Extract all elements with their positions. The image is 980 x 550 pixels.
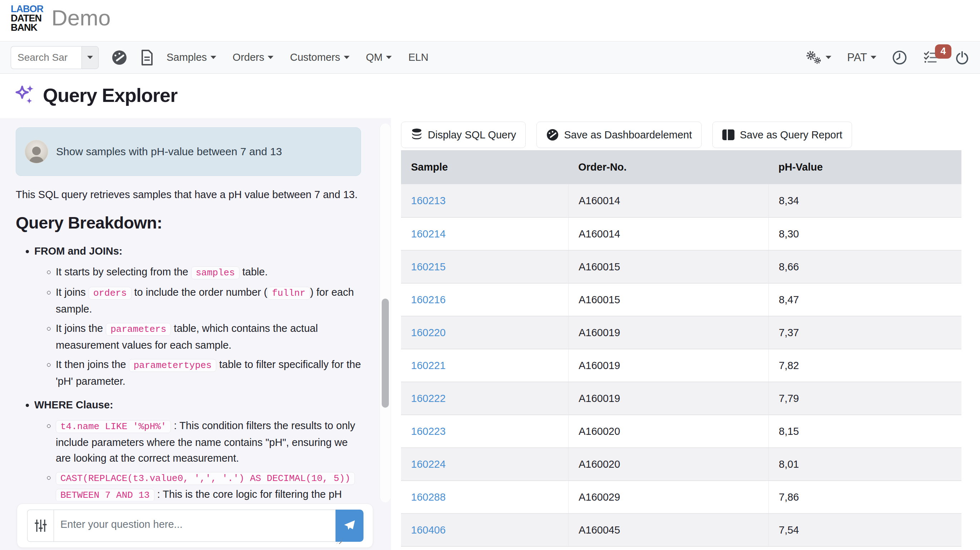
- sample-link[interactable]: 160406: [401, 524, 568, 536]
- save-as-query-report-button[interactable]: Save as Query Report: [712, 121, 852, 148]
- nav-menu-samples[interactable]: Samples: [167, 51, 216, 63]
- ph-value-cell: 7,82: [768, 349, 961, 381]
- sparkles-icon: [14, 84, 37, 107]
- main-navbar: Samples Orders Customers QM ELN: [0, 41, 980, 74]
- order-no-cell: A160015: [568, 284, 768, 316]
- answer-intro: This SQL query retrieves samples that ha…: [16, 189, 363, 201]
- table-row: 160406A1600457,54: [401, 513, 961, 546]
- nav-menu-qm-label: QM: [366, 51, 383, 63]
- ph-value-cell: 7,86: [768, 481, 961, 513]
- chevron-down-icon: [344, 56, 350, 59]
- chevron-down-icon: [386, 56, 392, 59]
- sample-link[interactable]: 160288: [401, 491, 568, 503]
- table-row: 160220A1600197,37: [401, 316, 961, 349]
- table-row: 160213A1600148,34: [401, 184, 961, 217]
- chevron-down-icon: [268, 56, 274, 59]
- sample-link[interactable]: 160221: [401, 360, 568, 371]
- chevron-down-icon: [826, 56, 831, 59]
- display-sql-query-label: Display SQL Query: [428, 129, 516, 141]
- breakdown-item: t4.name LIKE '%pH%' : This condition fil…: [56, 418, 363, 466]
- save-as-dashboardelement-button[interactable]: Save as Dashboardelement: [536, 121, 702, 148]
- order-no-cell: A160014: [568, 218, 768, 250]
- breakdown-item: It starts by selecting from the samples …: [56, 264, 363, 281]
- table-row: 160223A1600208,15: [401, 414, 961, 447]
- sample-link[interactable]: 160222: [401, 393, 568, 405]
- nav-menu-customers[interactable]: Customers: [290, 51, 349, 63]
- ph-value-cell: 8,34: [768, 184, 961, 217]
- column-header-order-no: Order-No.: [568, 161, 768, 173]
- chat-scrollbar-thumb[interactable]: [382, 299, 389, 408]
- dashboard-speedometer-button[interactable]: [111, 50, 127, 65]
- sample-link[interactable]: 160223: [401, 426, 568, 437]
- inline-code: CAST(REPLACE(t3.value0, ',', '.') AS DEC…: [56, 472, 355, 485]
- inline-code: orders: [89, 287, 132, 300]
- order-no-cell: A160029: [568, 481, 768, 513]
- ph-value-cell: 8,66: [768, 251, 961, 283]
- table-row: 160214A1600148,30: [401, 217, 961, 250]
- nav-menu-orders[interactable]: Orders: [233, 51, 274, 63]
- settings-dropdown-button[interactable]: [805, 50, 831, 65]
- breakdown-item: It then joins the parametertypes table t…: [56, 357, 363, 389]
- breakdown-item: It joins the parameters table, which con…: [56, 320, 363, 353]
- document-button[interactable]: [140, 49, 154, 66]
- order-no-cell: A160045: [568, 514, 768, 546]
- inline-code: parametertypes: [129, 359, 216, 372]
- speedometer-icon: [111, 50, 127, 65]
- send-question-button[interactable]: [336, 510, 363, 542]
- display-sql-query-button[interactable]: Display SQL Query: [401, 121, 526, 148]
- chat-scrollbar-track[interactable]: [380, 123, 391, 502]
- results-table: Sample Order-No. pH-Value 160213A1600148…: [401, 150, 961, 550]
- tasks-button[interactable]: 4: [923, 50, 939, 65]
- breakdown-item: It joins orders to include the order num…: [56, 284, 363, 317]
- chevron-down-icon: [87, 56, 93, 59]
- search-type-dropdown-button[interactable]: [81, 46, 99, 69]
- query-options-button[interactable]: [27, 510, 54, 542]
- order-no-cell: A160014: [568, 184, 768, 217]
- app-title: Demo: [51, 5, 110, 30]
- logo-line-1: LABOR: [11, 4, 43, 14]
- sample-link[interactable]: 160215: [401, 261, 568, 273]
- ph-value-cell: 8,15: [768, 415, 961, 447]
- sample-link[interactable]: 160214: [401, 228, 568, 240]
- order-no-cell: A160020: [568, 415, 768, 447]
- ph-value-cell: 8,47: [768, 284, 961, 316]
- user-dropdown-button[interactable]: PAT: [847, 51, 877, 64]
- person-silhouette-icon: [25, 142, 48, 163]
- layout-columns-icon: [722, 129, 735, 140]
- history-button[interactable]: [892, 50, 907, 65]
- table-row: 160288A1600297,86: [401, 480, 961, 513]
- order-no-cell: A160019: [568, 316, 768, 349]
- labordatenbank-logo[interactable]: LABOR DATEN BANK: [11, 4, 43, 32]
- section-label: WHERE Clause:: [34, 399, 113, 411]
- query-chat-panel: Show samples with pH-value between 7 and…: [0, 118, 391, 550]
- section-label: FROM and JOINs:: [34, 246, 123, 257]
- logout-button[interactable]: [955, 50, 969, 65]
- sample-link[interactable]: 160216: [401, 294, 568, 306]
- nav-menu-eln[interactable]: ELN: [408, 51, 428, 63]
- question-input[interactable]: [54, 510, 336, 542]
- nav-menu-qm[interactable]: QM: [366, 51, 392, 63]
- column-header-sample: Sample: [401, 161, 568, 173]
- user-initials: PAT: [847, 51, 867, 64]
- search-input[interactable]: [11, 46, 81, 69]
- page-title: Query Explorer: [43, 84, 177, 106]
- nav-menu-eln-label: ELN: [408, 51, 428, 63]
- table-row: 160224A1600208,01: [401, 447, 961, 480]
- logo-line-2: DATEN: [11, 14, 43, 23]
- inline-code: BETWEEN 7 AND 13: [56, 489, 154, 501]
- breakdown-item: CAST(REPLACE(t3.value0, ',', '.') AS DEC…: [56, 470, 363, 501]
- nav-menu-samples-label: Samples: [167, 51, 207, 63]
- breakdown-sections: FROM and JOINs:It starts by selecting fr…: [16, 243, 363, 501]
- user-question-text: Show samples with pH-value between 7 and…: [56, 145, 282, 158]
- sample-link[interactable]: 160220: [401, 327, 568, 339]
- order-no-cell: A160020: [568, 448, 768, 480]
- inline-code: parameters: [106, 323, 171, 336]
- ph-value-cell: 7,37: [768, 316, 961, 349]
- ph-value-cell: 7,54: [768, 514, 961, 546]
- sample-link[interactable]: 160224: [401, 458, 568, 470]
- sample-link[interactable]: 160213: [401, 195, 568, 207]
- nav-menu-customers-label: Customers: [290, 51, 340, 63]
- chevron-down-icon: [210, 56, 216, 59]
- column-header-ph-value: pH-Value: [768, 161, 961, 173]
- inline-code: samples: [191, 266, 239, 279]
